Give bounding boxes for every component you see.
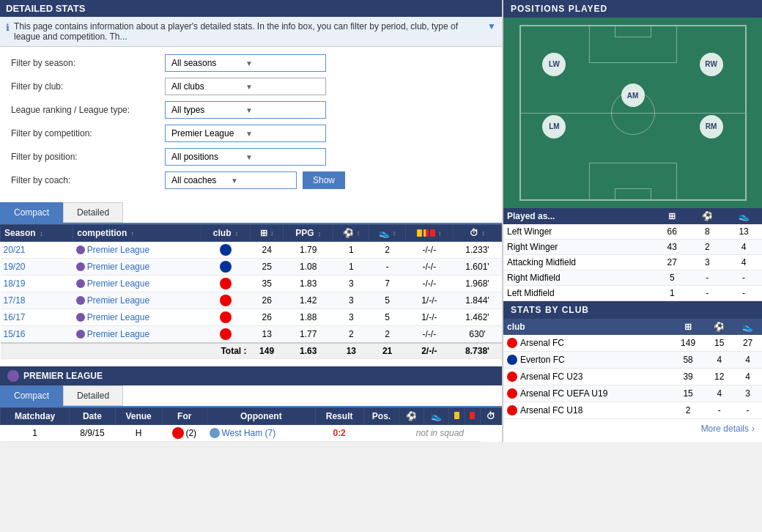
- coach-select[interactable]: All coaches ▼: [165, 171, 297, 189]
- club-badge: [507, 372, 517, 382]
- club-badge: [507, 405, 517, 415]
- match-tab-compact[interactable]: Compact: [0, 385, 63, 406]
- col-apps[interactable]: ⊞ ↕: [251, 225, 284, 242]
- row-assists: -: [369, 259, 405, 276]
- match-col-assists: 👟: [424, 408, 449, 425]
- club-goals-val: 12: [705, 369, 733, 385]
- position-lm: LM: [542, 115, 566, 138]
- row-rating: 1.968': [453, 276, 501, 292]
- total-ppg: 1.63: [284, 343, 333, 359]
- more-details-link[interactable]: More details ›: [503, 419, 762, 438]
- played-goals: 2: [689, 240, 725, 255]
- position-select[interactable]: All positions ▼: [165, 148, 326, 166]
- table-row: 17/18 Premier League 26 1.42 3 5 1/-/- 1…: [1, 292, 502, 309]
- club-goals-val: 4: [705, 385, 733, 402]
- expand-icon[interactable]: ▼: [487, 21, 496, 32]
- col-club[interactable]: club ↕: [201, 225, 251, 242]
- position-select-arrow: ▼: [245, 153, 319, 161]
- played-apps: 5: [655, 270, 689, 286]
- row-season[interactable]: 19/20: [1, 259, 73, 276]
- club-goals-val: 4: [705, 352, 733, 369]
- row-apps: 24: [251, 242, 284, 259]
- col-goals[interactable]: ⚽ ↕: [333, 225, 369, 242]
- col-assists[interactable]: 👟 ↕: [369, 225, 405, 242]
- goals-icon: ⚽: [343, 228, 354, 238]
- row-club: [201, 326, 251, 344]
- comp-icon: [76, 245, 85, 254]
- club-select[interactable]: All clubs ▼: [165, 78, 326, 95]
- club-name: Arsenal FC U23: [503, 369, 671, 385]
- row-season[interactable]: 16/17: [1, 309, 73, 326]
- row-competition[interactable]: Premier League: [73, 326, 201, 344]
- match-col-for: For: [162, 408, 207, 425]
- row-season[interactable]: 15/16: [1, 326, 73, 344]
- club-badge: [507, 338, 517, 348]
- list-item: Right Winger 43 2 4: [503, 240, 762, 255]
- comp-icon: [76, 313, 85, 322]
- tab-compact[interactable]: Compact: [0, 202, 63, 223]
- club-badge: [507, 388, 517, 399]
- row-season[interactable]: 20/21: [1, 242, 73, 259]
- filter-section: Filter by season: All seasons ▼ Filter b…: [0, 47, 502, 202]
- row-ppg: 1.88: [284, 309, 333, 326]
- row-competition[interactable]: Premier League: [73, 276, 201, 292]
- row-competition[interactable]: Premier League: [73, 242, 201, 259]
- position-select-value: All positions: [171, 152, 245, 162]
- apps-icon: ⊞: [260, 228, 267, 238]
- table-row: 19/20 Premier League 25 1.08 1 - -/-/- 1…: [1, 259, 502, 276]
- league-select[interactable]: All types ▼: [165, 101, 326, 119]
- match-goals-val: not in squad: [399, 425, 481, 442]
- coach-select-arrow: ▼: [231, 177, 290, 185]
- club-assists-val: 27: [733, 335, 762, 352]
- match-opponent[interactable]: West Ham (7): [207, 425, 315, 442]
- season-select[interactable]: All seasons ▼: [165, 54, 326, 72]
- col-ppg[interactable]: PPG ↕: [284, 225, 333, 242]
- goal-top: [615, 26, 651, 37]
- filter-league-label: League ranking / League type:: [11, 105, 165, 115]
- red-card-icon: [430, 229, 435, 237]
- club-goals-val: -: [705, 402, 733, 419]
- show-button[interactable]: Show: [303, 171, 345, 189]
- tab-detailed[interactable]: Detailed: [63, 202, 123, 223]
- row-rating: 630': [453, 326, 501, 344]
- club-apps-val: 149: [671, 335, 706, 352]
- col-season[interactable]: Season ↕: [1, 225, 73, 242]
- match-tab-bar: Compact Detailed: [0, 385, 502, 407]
- total-rating: 8.738': [453, 343, 501, 359]
- row-competition[interactable]: Premier League: [73, 292, 201, 309]
- club-apps-val: 39: [671, 369, 706, 385]
- table-row: 15/16 Premier League 13 1.77 2 2 -/-/- 6…: [1, 326, 502, 344]
- filter-season-row: Filter by season: All seasons ▼: [11, 54, 491, 72]
- club-select-arrow: ▼: [245, 83, 319, 91]
- row-cards: -/-/-: [405, 326, 453, 344]
- played-pos: Attacking Midfield: [503, 255, 655, 270]
- page-title: DETAILED STATS: [0, 0, 502, 17]
- row-goals: 3: [333, 309, 369, 326]
- for-badge: [172, 427, 184, 439]
- row-rating: 1.844': [453, 292, 501, 309]
- club-assists-val: 4: [733, 369, 762, 385]
- match-col-rc: [465, 408, 481, 425]
- played-goals: 8: [689, 224, 725, 240]
- club-table: club ⊞ ⚽ 👟 Arsenal FC: [503, 319, 762, 419]
- col-competition[interactable]: competition ↑: [73, 225, 201, 242]
- row-season[interactable]: 18/19: [1, 276, 73, 292]
- row-competition[interactable]: Premier League: [73, 309, 201, 326]
- competition-select[interactable]: Premier League ▼: [165, 125, 326, 142]
- match-pos: [363, 425, 399, 442]
- club-badge: [507, 355, 517, 365]
- row-cards: -/-/-: [405, 259, 453, 276]
- match-tab-detailed[interactable]: Detailed: [63, 385, 123, 406]
- club-goals-icon: ⚽: [714, 322, 725, 332]
- row-apps: 13: [251, 326, 284, 344]
- col-rating[interactable]: ⏱ ↕: [453, 225, 501, 242]
- league-select-value: All types: [171, 105, 245, 115]
- club-assists-val: -: [733, 402, 762, 419]
- row-competition[interactable]: Premier League: [73, 259, 201, 276]
- club-badge: [220, 328, 232, 340]
- row-season[interactable]: 17/18: [1, 292, 73, 309]
- list-item: Everton FC 58 4 4: [503, 352, 762, 369]
- stats-table: Season ↕ competition ↑ club ↕ ⊞ ↕ PPG ↕ …: [0, 224, 502, 359]
- col-cards[interactable]: ↕: [405, 225, 453, 242]
- row-club: [201, 259, 251, 276]
